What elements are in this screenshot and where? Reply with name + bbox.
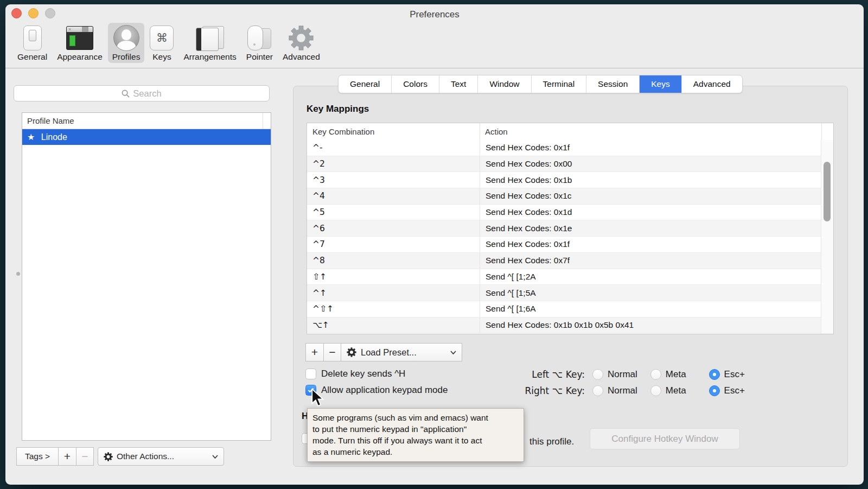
dark-window-icon: ×: [66, 26, 93, 50]
star-icon: ★: [27, 132, 35, 142]
action-cell: Send Hex Codes: 0x7f: [480, 253, 821, 269]
tab-text[interactable]: Text: [439, 75, 478, 93]
action-cell: Send Hex Codes: 0x1b 0x1b 0x5b 0x41: [480, 317, 821, 333]
command-key-icon: ⌘: [150, 26, 174, 50]
table-row[interactable]: ^↑Send ^[ [1;5A: [307, 285, 821, 301]
gear-icon: [289, 24, 314, 52]
key-combination-cell: ^8: [307, 256, 480, 265]
keypad-mode-tooltip: Some programs (such as vim and emacs) wa…: [307, 408, 524, 462]
action-cell: Send Hex Codes: 0x1b: [480, 172, 821, 188]
action-cell: Send ^[ [1;6A: [480, 301, 821, 317]
radio-right-normal[interactable]: [592, 385, 603, 396]
column-key-combination[interactable]: Key Combination: [312, 123, 374, 140]
key-combination-cell: ⇧↑: [307, 272, 480, 282]
mapping-actions-group: + − Load Preset...: [305, 343, 462, 361]
tab-terminal[interactable]: Terminal: [532, 75, 587, 93]
load-preset-popup[interactable]: Load Preset...: [341, 343, 462, 361]
table-row[interactable]: ^⇧↑Send ^[ [1;6A: [307, 301, 821, 317]
table-row[interactable]: ^8Send Hex Codes: 0x7f: [307, 253, 821, 269]
tags-button[interactable]: Tags >: [16, 447, 59, 466]
key-combination-cell: ^6: [307, 224, 480, 233]
table-row[interactable]: ^6Send Hex Codes: 0x1e: [307, 220, 821, 237]
titlebar: Preferences: [5, 4, 864, 24]
mouse-cursor: [311, 389, 325, 409]
column-divider: [263, 113, 263, 129]
preferences-window: Preferences General × Appearance Profile…: [5, 4, 864, 485]
action-cell: Send Hex Codes: 0x1f: [480, 140, 821, 156]
remove-profile-button: −: [76, 447, 94, 466]
chevron-down-icon: [450, 351, 456, 354]
action-cell: Send ^[ [1;5A: [480, 285, 821, 301]
toggle-switch-icon: [23, 26, 42, 50]
add-mapping-button[interactable]: +: [305, 343, 324, 361]
action-cell: Send Hex Codes: 0x1d: [480, 205, 821, 220]
action-cell: Send Hex Codes: 0x1c: [480, 188, 821, 204]
tab-window[interactable]: Window: [478, 75, 531, 93]
tab-advanced[interactable]: Advanced: [682, 75, 742, 93]
delete-key-checkbox[interactable]: Delete key sends ^H: [305, 369, 405, 379]
table-scrollbar-track[interactable]: [821, 140, 833, 334]
chevron-down-icon: [212, 455, 218, 459]
radio-left-meta[interactable]: [650, 369, 661, 380]
table-row[interactable]: ⌥↑Send Hex Codes: 0x1b 0x1b 0x5b 0x41: [307, 317, 821, 334]
action-cell: Send Hex Codes: 0x00: [480, 156, 821, 172]
checkbox-unchecked[interactable]: [305, 369, 316, 379]
table-row[interactable]: ^5Send Hex Codes: 0x1d: [307, 205, 821, 221]
window-title: Preferences: [5, 4, 864, 24]
radio-right-esc[interactable]: [709, 385, 720, 396]
splitter-handle[interactable]: [16, 272, 20, 276]
search-input[interactable]: Search: [14, 85, 270, 101]
key-combination-cell: ⌥↑: [307, 320, 480, 330]
table-header: Key Combination Action: [307, 123, 833, 141]
profile-list-header[interactable]: Profile Name: [22, 113, 271, 129]
table-row[interactable]: ^3Send Hex Codes: 0x1b: [307, 172, 821, 188]
key-mappings-heading: Key Mappings: [307, 104, 369, 115]
configure-hotkey-window-button: Configure Hotkey Window: [590, 428, 740, 449]
toolbar-item-appearance[interactable]: × Appearance: [53, 23, 107, 63]
keypad-mode-checkbox[interactable]: Allow application keypad mode: [305, 385, 448, 396]
radio-left-normal[interactable]: [592, 369, 603, 380]
table-row[interactable]: ^2Send Hex Codes: 0x00: [307, 156, 821, 173]
profile-actions-group: Tags > + −: [16, 447, 93, 466]
toolbar-item-profiles[interactable]: Profiles: [108, 23, 145, 63]
key-combination-cell: ^3: [307, 175, 480, 185]
table-row[interactable]: ^7Send Hex Codes: 0x1f: [307, 237, 821, 253]
key-combination-cell: ^2: [307, 159, 480, 169]
radio-left-esc[interactable]: [709, 369, 720, 380]
key-combination-cell: ^↑: [307, 288, 480, 298]
table-row[interactable]: ^-Send Hex Codes: 0x1f: [307, 140, 821, 156]
key-mappings-table: Key Combination Action ^-Send Hex Codes:…: [307, 123, 834, 334]
column-action[interactable]: Action: [485, 123, 508, 140]
profile-tabs: General Colors Text Window Terminal Sess…: [338, 75, 743, 93]
toolbar-item-keys[interactable]: ⌘ Keys: [145, 23, 178, 63]
action-cell: Send Hex Codes: 0x1e: [480, 220, 821, 236]
desktop: { "window": { "title": "Preferences" }, …: [0, 0, 868, 489]
window-panes-icon: [196, 26, 224, 50]
tab-session[interactable]: Session: [586, 75, 640, 93]
tab-keys[interactable]: Keys: [640, 75, 681, 93]
gear-icon: [347, 347, 356, 357]
right-option-key-row: Right ⌥ Key: Normal Meta Esc+: [520, 385, 758, 396]
add-profile-button[interactable]: +: [58, 447, 76, 466]
action-cell: Send Hex Codes: 0x1f: [480, 237, 821, 252]
toolbar-item-general[interactable]: General: [13, 23, 52, 63]
key-combination-cell: ^5: [307, 207, 480, 217]
remove-mapping-button[interactable]: −: [323, 343, 341, 361]
toolbar-item-arrangements[interactable]: Arrangements: [179, 23, 240, 63]
other-actions-popup[interactable]: Other Actions...: [98, 447, 224, 466]
key-combination-cell: ^4: [307, 191, 480, 201]
table-row[interactable]: ^4Send Hex Codes: 0x1c: [307, 188, 821, 205]
toolbar-item-pointer[interactable]: Pointer: [242, 23, 277, 63]
search-icon: [122, 90, 130, 98]
person-avatar-icon: [113, 25, 139, 51]
left-option-key-row: Left ⌥ Key: Normal Meta Esc+: [520, 369, 758, 380]
hotkey-text-partial: this profile.: [529, 436, 574, 447]
tab-colors[interactable]: Colors: [392, 75, 439, 93]
radio-right-meta[interactable]: [650, 385, 661, 396]
table-row[interactable]: ⇧↑Send ^[ [1;2A: [307, 269, 821, 285]
key-mappings-rows: ^-Send Hex Codes: 0x1f^2Send Hex Codes: …: [307, 140, 821, 334]
profile-row-linode[interactable]: ★ Linode: [22, 129, 271, 145]
toolbar-item-advanced[interactable]: Advanced: [278, 23, 324, 63]
table-scrollbar-thumb[interactable]: [824, 162, 831, 221]
tab-general[interactable]: General: [339, 75, 392, 93]
